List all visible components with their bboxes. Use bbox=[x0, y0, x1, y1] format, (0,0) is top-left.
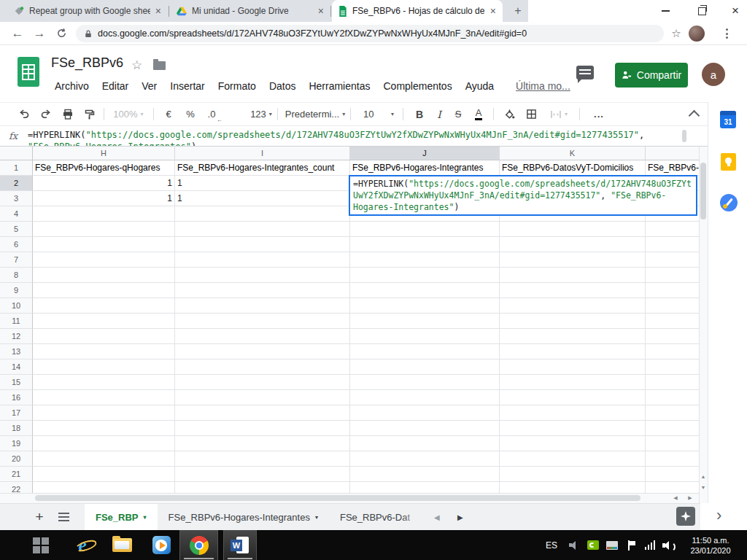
cell-K-14[interactable] bbox=[500, 359, 646, 375]
cell-H-10[interactable] bbox=[33, 298, 175, 314]
browser-tab-1[interactable]: Repeat group with Google sheets × bbox=[7, 0, 168, 22]
cell-H-12[interactable] bbox=[33, 329, 175, 344]
language-indicator[interactable]: ES bbox=[541, 530, 562, 560]
printer-tray-icon[interactable] bbox=[604, 530, 620, 560]
cell-col4-16[interactable] bbox=[646, 390, 699, 405]
row-header-5[interactable]: 5 bbox=[0, 222, 33, 237]
column-header-col4[interactable] bbox=[646, 147, 699, 160]
explore-button[interactable] bbox=[676, 507, 695, 526]
cell-J-13[interactable] bbox=[350, 344, 500, 359]
restore-button[interactable] bbox=[686, 0, 718, 22]
cell-I-20[interactable] bbox=[175, 451, 350, 467]
cell-H-17[interactable] bbox=[33, 405, 175, 421]
cell-I-14[interactable] bbox=[175, 359, 350, 375]
cell-K-21[interactable] bbox=[500, 467, 646, 482]
cell-J-5[interactable] bbox=[350, 222, 500, 237]
cell-J-16[interactable] bbox=[350, 390, 500, 405]
redo-button[interactable] bbox=[36, 103, 55, 125]
cell-H-9[interactable] bbox=[33, 283, 175, 298]
cell-J-12[interactable] bbox=[350, 329, 500, 344]
cell-H-16[interactable] bbox=[33, 390, 175, 405]
row-header-6[interactable]: 6 bbox=[0, 237, 33, 252]
document-title[interactable]: FSe_RBPv6 bbox=[51, 55, 123, 71]
column-header-H[interactable]: H bbox=[33, 147, 175, 160]
sheet-scroll-left-button[interactable]: ◀ bbox=[425, 504, 449, 530]
cell-I-13[interactable] bbox=[175, 344, 350, 359]
menu-datos[interactable]: Datos bbox=[263, 80, 303, 92]
cell-col4-10[interactable] bbox=[646, 298, 699, 314]
cell-J-6[interactable] bbox=[350, 237, 500, 252]
borders-button[interactable] bbox=[521, 103, 541, 125]
cell-K-6[interactable] bbox=[500, 237, 646, 252]
strikethrough-button[interactable]: S bbox=[449, 103, 467, 125]
cell-I-7[interactable] bbox=[175, 252, 350, 268]
bookmark-star-button[interactable]: ☆ bbox=[667, 22, 686, 44]
move-folder-icon[interactable] bbox=[153, 61, 166, 70]
scroll-left-button[interactable]: ◀ bbox=[670, 493, 681, 503]
row-header-20[interactable]: 20 bbox=[0, 451, 33, 467]
menu-ayuda[interactable]: Ayuda bbox=[459, 80, 500, 92]
menu-herramientas[interactable]: Herramientas bbox=[302, 80, 376, 92]
cell-K-5[interactable] bbox=[500, 222, 646, 237]
cell-col4-20[interactable] bbox=[646, 451, 699, 467]
cell-J-17[interactable] bbox=[350, 405, 500, 421]
cell-I-4[interactable] bbox=[175, 206, 350, 222]
minimize-button[interactable] bbox=[649, 0, 681, 22]
cell-H-19[interactable] bbox=[33, 436, 175, 451]
cell-H-18[interactable] bbox=[33, 421, 175, 436]
cell-col4-18[interactable] bbox=[646, 421, 699, 436]
close-tab-icon[interactable]: × bbox=[490, 6, 496, 16]
cell-col4-9[interactable] bbox=[646, 283, 699, 298]
row-header-19[interactable]: 19 bbox=[0, 436, 33, 451]
format-currency-button[interactable]: € bbox=[159, 103, 178, 125]
cell-H-1[interactable]: FSe_RBPv6-Hogares-qHogares bbox=[33, 160, 175, 176]
browser-tab-3-active[interactable]: FSe_RBPv6 - Hojas de cálculo de × bbox=[332, 0, 503, 22]
cell-J-18[interactable] bbox=[350, 421, 500, 436]
number-format-button[interactable]: 123▾ bbox=[248, 103, 274, 125]
cell-H-3[interactable]: 1 bbox=[33, 191, 175, 206]
reload-button[interactable] bbox=[51, 22, 71, 44]
menu-archivo[interactable]: Archivo bbox=[48, 80, 96, 92]
cell-col4-19[interactable] bbox=[646, 436, 699, 451]
network-signal-icon[interactable] bbox=[642, 530, 658, 560]
calendar-icon[interactable]: 31 bbox=[720, 111, 736, 128]
cell-H-14[interactable] bbox=[33, 359, 175, 375]
cell-J-9[interactable] bbox=[350, 283, 500, 298]
add-sheet-button[interactable]: + bbox=[28, 504, 51, 530]
cell-H-13[interactable] bbox=[33, 344, 175, 359]
cell-J-15[interactable] bbox=[350, 375, 500, 390]
cell-col4-1[interactable]: FSe_RBPv6-D bbox=[646, 160, 699, 176]
cell-I-6[interactable] bbox=[175, 237, 350, 252]
cell-H-15[interactable] bbox=[33, 375, 175, 390]
print-button[interactable] bbox=[58, 103, 77, 125]
cell-col4-13[interactable] bbox=[646, 344, 699, 359]
volume-icon[interactable] bbox=[659, 530, 677, 560]
cell-H-21[interactable] bbox=[33, 467, 175, 482]
action-center-flag-icon[interactable] bbox=[624, 530, 639, 560]
font-size-select[interactable]: 10▾ bbox=[357, 103, 400, 125]
paint-format-button[interactable] bbox=[80, 103, 99, 125]
cell-H-5[interactable] bbox=[33, 222, 175, 237]
scroll-down-button[interactable]: ▼ bbox=[699, 482, 708, 492]
scroll-up-button[interactable]: ▲ bbox=[699, 471, 708, 481]
zoom-select[interactable]: 100%▾ bbox=[108, 103, 149, 125]
cell-I-3[interactable]: 1 bbox=[175, 191, 350, 206]
cell-K-18[interactable] bbox=[500, 421, 646, 436]
internet-explorer-button[interactable]: e bbox=[63, 530, 102, 560]
sheet-tab-1[interactable]: FSe_RBP▾ bbox=[85, 504, 158, 530]
cell-col4-8[interactable] bbox=[646, 268, 699, 283]
cell-col4-17[interactable] bbox=[646, 405, 699, 421]
cell-K-9[interactable] bbox=[500, 283, 646, 298]
decrease-decimals-button[interactable]: .0← bbox=[201, 103, 222, 125]
cell-col4-21[interactable] bbox=[646, 467, 699, 482]
horizontal-scroll-thumb[interactable] bbox=[35, 495, 640, 501]
format-percent-button[interactable]: % bbox=[181, 103, 200, 125]
cell-I-17[interactable] bbox=[175, 405, 350, 421]
font-family-select[interactable]: Predetermi...▾ bbox=[283, 103, 347, 125]
cell-J-20[interactable] bbox=[350, 451, 500, 467]
cell-H-11[interactable] bbox=[33, 314, 175, 329]
keep-icon[interactable] bbox=[721, 153, 736, 171]
cell-K-12[interactable] bbox=[500, 329, 646, 344]
tray-audio-icon[interactable] bbox=[566, 530, 582, 560]
cell-I-8[interactable] bbox=[175, 268, 350, 283]
